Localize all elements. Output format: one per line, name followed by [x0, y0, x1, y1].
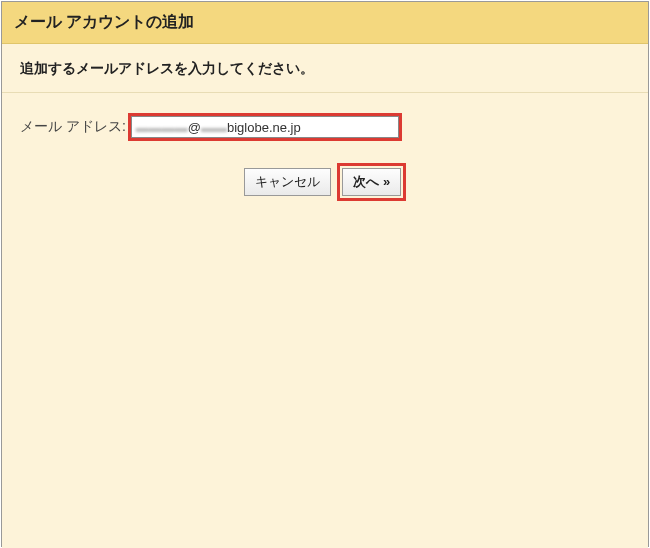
email-obscured-sub: ▬▬ [201, 120, 227, 135]
dialog-header: メール アカウントの追加 [2, 2, 648, 44]
form-area: メール アドレス: ▬▬▬▬ @ ▬▬ biglobe.ne.jp キャンセル … [2, 93, 648, 221]
email-row: メール アドレス: ▬▬▬▬ @ ▬▬ biglobe.ne.jp [20, 113, 630, 141]
instruction-text: 追加するメールアドレスを入力してください。 [2, 44, 648, 93]
email-obscured-user: ▬▬▬▬ [136, 120, 188, 135]
next-highlight: 次へ » [337, 163, 406, 201]
cancel-button[interactable]: キャンセル [244, 168, 331, 196]
dialog-title: メール アカウントの追加 [14, 13, 194, 30]
dialog-content: 追加するメールアドレスを入力してください。 メール アドレス: ▬▬▬▬ @ ▬… [2, 44, 648, 548]
email-highlight: ▬▬▬▬ @ ▬▬ biglobe.ne.jp [128, 113, 402, 141]
email-label: メール アドレス: [20, 118, 126, 136]
email-at: @ [188, 120, 201, 135]
dialog-container: メール アカウントの追加 追加するメールアドレスを入力してください。 メール ア… [1, 1, 649, 547]
email-field[interactable]: ▬▬▬▬ @ ▬▬ biglobe.ne.jp [131, 116, 399, 138]
email-domain: biglobe.ne.jp [227, 120, 301, 135]
button-row: キャンセル 次へ » [20, 163, 630, 201]
next-button[interactable]: 次へ » [342, 168, 401, 196]
